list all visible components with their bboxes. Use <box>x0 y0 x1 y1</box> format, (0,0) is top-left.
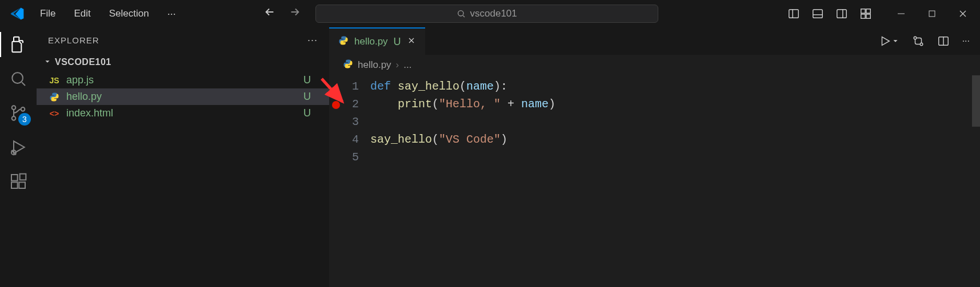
svg-line-17 <box>22 82 25 86</box>
activity-bar: 3 <box>0 27 37 287</box>
svg-line-1 <box>463 15 465 17</box>
file-name: hello.py <box>66 91 298 103</box>
activity-run-debug-icon[interactable] <box>8 137 29 157</box>
svg-point-0 <box>458 11 463 16</box>
editor-tab-hellopy[interactable]: hello.py U <box>329 27 425 55</box>
sidebar-title: EXPLORER <box>48 35 99 45</box>
svg-rect-23 <box>11 175 18 181</box>
activity-search-icon[interactable] <box>8 68 29 89</box>
svg-rect-2 <box>789 10 799 18</box>
nav-forward-icon[interactable] <box>288 6 302 22</box>
js-file-icon: JS <box>48 76 61 85</box>
svg-point-30 <box>914 37 917 39</box>
svg-rect-11 <box>866 14 870 18</box>
file-status: U <box>303 91 318 103</box>
tab-close-icon[interactable] <box>407 36 416 48</box>
python-file-icon <box>343 59 353 72</box>
sidebar-explorer: EXPLORER ··· VSCODE101 JS app.js U <box>37 27 329 287</box>
svg-rect-4 <box>813 10 823 18</box>
search-label: vscode101 <box>470 8 517 19</box>
file-status: U <box>303 107 318 119</box>
chevron-right-icon: › <box>396 59 399 71</box>
command-center-search[interactable]: vscode101 <box>315 5 658 23</box>
svg-rect-8 <box>861 9 865 13</box>
svg-point-18 <box>12 106 16 110</box>
title-bar: File Edit Selection ··· vscode101 <box>0 0 980 27</box>
sidebar-more-icon[interactable]: ··· <box>307 34 318 46</box>
file-item-appjs[interactable]: JS app.js U <box>37 72 329 88</box>
menu-edit[interactable]: Edit <box>66 5 98 23</box>
customize-layout-icon[interactable] <box>859 7 873 21</box>
menu-selection[interactable]: Selection <box>101 5 157 23</box>
window-maximize-icon[interactable] <box>925 7 939 21</box>
svg-rect-6 <box>837 10 847 18</box>
breadcrumb[interactable]: hello.py › ... <box>329 55 980 75</box>
svg-rect-24 <box>11 182 18 188</box>
vscode-logo-icon <box>9 6 25 22</box>
toggle-primary-sidebar-icon[interactable] <box>787 7 801 21</box>
tab-filename: hello.py <box>354 36 388 47</box>
git-compare-icon[interactable] <box>912 35 925 47</box>
search-icon <box>457 9 466 18</box>
menu-overflow-icon[interactable]: ··· <box>159 5 184 23</box>
svg-point-19 <box>21 107 25 111</box>
file-name: app.js <box>66 74 298 86</box>
breakpoint-gutter[interactable] <box>329 75 343 287</box>
svg-rect-9 <box>866 9 870 13</box>
window-minimize-icon[interactable] <box>894 7 908 21</box>
file-tree: JS app.js U hello.py U <> index.html U <box>37 70 329 122</box>
editor-area: hello.py U ··· <box>329 27 980 287</box>
file-item-hellopy[interactable]: hello.py U <box>37 88 329 105</box>
svg-point-20 <box>12 116 16 120</box>
menu-file[interactable]: File <box>32 5 63 23</box>
svg-point-31 <box>920 43 923 46</box>
breadcrumb-file: hello.py <box>358 59 391 71</box>
python-file-icon <box>48 92 61 102</box>
code-content[interactable]: def say_hello(name): print("Hello, " + n… <box>370 75 980 287</box>
toggle-panel-icon[interactable] <box>811 7 825 21</box>
window-close-icon[interactable] <box>956 7 970 21</box>
toggle-secondary-sidebar-icon[interactable] <box>835 7 849 21</box>
source-control-badge: 3 <box>18 113 31 126</box>
editor-more-icon[interactable]: ··· <box>962 36 970 46</box>
folder-section-header[interactable]: VSCODE101 <box>37 55 329 70</box>
tab-status: U <box>394 36 401 48</box>
activity-extensions-icon[interactable] <box>8 171 29 192</box>
file-status: U <box>303 74 318 86</box>
folder-name: VSCODE101 <box>55 57 111 67</box>
activity-source-control-icon[interactable]: 3 <box>8 103 29 123</box>
html-file-icon: <> <box>48 109 61 118</box>
code-editor[interactable]: 1 2 3 4 5 def say_hello(name): print("He… <box>329 75 980 287</box>
editor-scrollbar[interactable] <box>972 75 980 287</box>
file-name: index.html <box>66 107 298 119</box>
run-file-icon[interactable] <box>879 35 899 47</box>
breakpoint-icon[interactable] <box>332 101 340 109</box>
svg-point-16 <box>12 72 23 83</box>
svg-rect-10 <box>861 14 865 18</box>
nav-back-icon[interactable] <box>263 6 277 22</box>
line-numbers: 1 2 3 4 5 <box>343 75 370 287</box>
breadcrumb-more: ... <box>403 59 411 71</box>
activity-explorer-icon[interactable] <box>8 34 29 55</box>
split-editor-icon[interactable] <box>937 35 950 47</box>
python-file-icon <box>338 35 349 48</box>
file-item-indexhtml[interactable]: <> index.html U <box>37 105 329 122</box>
svg-rect-25 <box>19 182 25 188</box>
svg-rect-13 <box>929 11 935 17</box>
chevron-down-icon <box>43 58 51 67</box>
editor-tabs: hello.py U ··· <box>329 27 980 55</box>
svg-rect-26 <box>20 174 26 180</box>
